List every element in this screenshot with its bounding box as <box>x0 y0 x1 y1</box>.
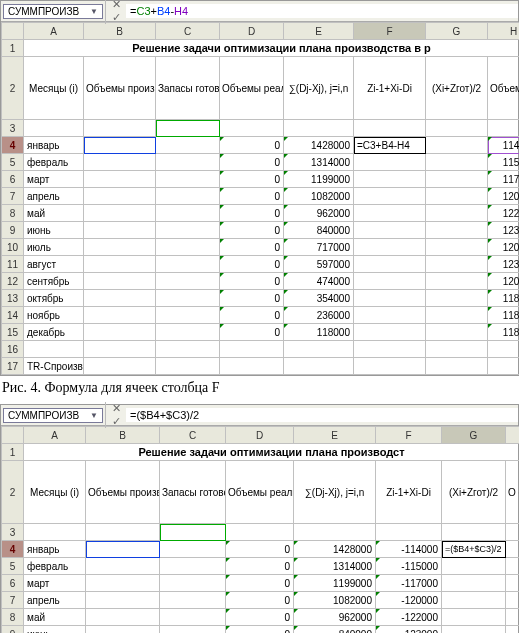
formula-input[interactable]: =C3+B4-H4 <box>126 4 518 18</box>
dropdown-icon[interactable]: ▼ <box>90 411 98 420</box>
fx-icon[interactable]: ✕ ✓ <box>105 402 126 428</box>
caption-1: Рис. 4. Формула для ячеек столбца F <box>2 380 519 396</box>
dropdown-icon[interactable]: ▼ <box>90 7 98 16</box>
title-cell[interactable]: Решение задачи оптимизации плана произво… <box>24 444 520 461</box>
col-headers: ABCDEFG <box>2 427 520 444</box>
grid[interactable]: ABCDEFG 1Решение задачи оптимизации план… <box>1 426 519 633</box>
title-cell[interactable]: Решение задачи оптимизации плана произво… <box>24 40 520 57</box>
formula-bar: СУММПРОИЗВ▼ ✕ ✓ =($B4+$C3)/2 <box>1 405 518 426</box>
formula-bar: СУММПРОИЗВ▼ ✕ ✓ =C3+B4-H4 <box>1 1 518 22</box>
grid[interactable]: ABCDEFGH 1Решение задачи оптимизации пла… <box>1 22 519 375</box>
spreadsheet-2: СУММПРОИЗВ▼ ✕ ✓ =($B4+$C3)/2 ABCDEFG 1Ре… <box>0 404 519 633</box>
name-box[interactable]: СУММПРОИЗВ▼ <box>3 4 103 19</box>
spreadsheet-1: СУММПРОИЗВ▼ ✕ ✓ =C3+B4-H4 ABCDEFGH 1Реше… <box>0 0 519 376</box>
name-box[interactable]: СУММПРОИЗВ▼ <box>3 408 103 423</box>
formula-input[interactable]: =($B4+$C3)/2 <box>126 408 518 422</box>
col-headers: ABCDEFGH <box>2 23 520 40</box>
fx-icon[interactable]: ✕ ✓ <box>105 0 126 24</box>
